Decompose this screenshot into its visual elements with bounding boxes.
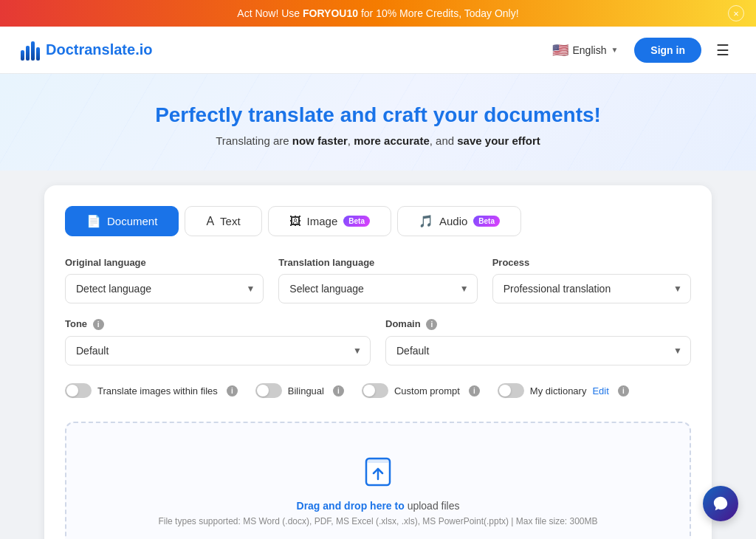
dropzone-text: Drag and drop here to upload files bbox=[81, 500, 675, 512]
domain-select-wrapper: Default Medical Legal Technical Business… bbox=[385, 336, 691, 365]
banner-text: Act Now! Use FORYOU10 for 10% More Credi… bbox=[237, 7, 518, 19]
tone-group: Tone i Default Formal Informal Neutral ▼ bbox=[65, 318, 371, 365]
tab-text-label: Text bbox=[220, 215, 241, 227]
my-dictionary-label: My dictionary bbox=[530, 385, 587, 396]
original-language-label: Original language bbox=[65, 257, 264, 268]
main-card: 📄 Document A Text 🖼 Image Beta 🎵 Audio B… bbox=[44, 185, 712, 539]
hero-bold-1: now faster bbox=[292, 134, 348, 147]
text-icon: A bbox=[206, 215, 214, 228]
signin-button[interactable]: Sign in bbox=[634, 38, 701, 63]
tab-document-label: Document bbox=[107, 215, 157, 227]
header: Doctranslate.io 🇺🇸 English ▼ Sign in ☰ bbox=[0, 27, 756, 74]
toggle-item-custom-prompt: Custom prompt i bbox=[362, 383, 480, 398]
hamburger-menu-button[interactable]: ☰ bbox=[710, 38, 735, 62]
toggle-item-bilingual: Bilingual i bbox=[255, 383, 344, 398]
chat-icon bbox=[712, 495, 729, 512]
tab-audio-label: Audio bbox=[439, 215, 467, 227]
svg-rect-1 bbox=[366, 459, 390, 463]
translate-images-toggle[interactable] bbox=[65, 383, 92, 398]
tone-select[interactable]: Default Formal Informal Neutral bbox=[65, 336, 371, 365]
image-icon: 🖼 bbox=[289, 215, 301, 228]
promo-code: FORYOU10 bbox=[303, 7, 358, 19]
bilingual-info-icon[interactable]: i bbox=[333, 385, 344, 396]
translation-language-group: Translation language Select language Eng… bbox=[278, 257, 477, 303]
tab-bar: 📄 Document A Text 🖼 Image Beta 🎵 Audio B… bbox=[65, 206, 691, 236]
chevron-down-icon: ▼ bbox=[611, 46, 618, 54]
language-label: English bbox=[573, 44, 607, 56]
logo-bar-1 bbox=[21, 50, 24, 61]
domain-select[interactable]: Default Medical Legal Technical Business bbox=[385, 336, 691, 365]
tone-select-wrapper: Default Formal Informal Neutral ▼ bbox=[65, 336, 371, 365]
hero-title: Perfectly translate and craft your docum… bbox=[15, 103, 741, 127]
tone-label: Tone i bbox=[65, 318, 371, 330]
translate-images-info-icon[interactable]: i bbox=[227, 385, 238, 396]
domain-group: Domain i Default Medical Legal Technical… bbox=[385, 318, 691, 365]
logo-bar-4 bbox=[36, 47, 40, 61]
image-beta-badge: Beta bbox=[343, 216, 370, 227]
tab-image-label: Image bbox=[307, 215, 338, 227]
process-select[interactable]: Professional translation Machine transla… bbox=[492, 274, 691, 303]
logo[interactable]: Doctranslate.io bbox=[21, 40, 152, 61]
audio-beta-badge: Beta bbox=[473, 216, 500, 227]
translation-language-select-wrapper: Select language English Spanish French G… bbox=[278, 274, 477, 303]
flag-icon: 🇺🇸 bbox=[552, 42, 568, 58]
my-dictionary-toggle[interactable] bbox=[498, 383, 524, 398]
hero-bold-2: more accurate bbox=[354, 134, 430, 147]
process-group: Process Professional translation Machine… bbox=[492, 257, 691, 303]
dropzone-hint: File types supported: MS Word (.docx), P… bbox=[81, 516, 675, 526]
custom-prompt-label: Custom prompt bbox=[394, 385, 460, 396]
chat-bubble-button[interactable] bbox=[703, 486, 738, 521]
domain-info-icon[interactable]: i bbox=[426, 319, 437, 330]
promo-banner: Act Now! Use FORYOU10 for 10% More Credi… bbox=[0, 0, 756, 27]
header-right: 🇺🇸 English ▼ Sign in ☰ bbox=[545, 38, 736, 63]
form-row-2: Tone i Default Formal Informal Neutral ▼… bbox=[65, 318, 691, 365]
translation-language-select[interactable]: Select language English Spanish French G… bbox=[278, 274, 477, 303]
original-language-select-wrapper: Detect language English Spanish French G… bbox=[65, 274, 264, 303]
logo-bar-3 bbox=[31, 41, 35, 61]
tone-info-icon[interactable]: i bbox=[93, 319, 104, 330]
form-row-1: Original language Detect language Englis… bbox=[65, 257, 691, 303]
tab-text[interactable]: A Text bbox=[185, 206, 261, 236]
logo-bar-2 bbox=[26, 46, 30, 61]
hero-subtitle: Translating are now faster, more accurat… bbox=[15, 134, 741, 147]
custom-prompt-info-icon[interactable]: i bbox=[469, 385, 480, 396]
drop-zone[interactable]: Drag and drop here to upload files File … bbox=[65, 422, 691, 539]
my-dictionary-info-icon[interactable]: i bbox=[618, 385, 629, 396]
upload-icon bbox=[360, 453, 396, 488]
bilingual-toggle[interactable] bbox=[255, 383, 282, 398]
custom-prompt-toggle[interactable] bbox=[362, 383, 388, 398]
banner-close-button[interactable]: × bbox=[728, 5, 744, 21]
process-select-wrapper: Professional translation Machine transla… bbox=[492, 274, 691, 303]
hero-section: Perfectly translate and craft your docum… bbox=[0, 74, 756, 171]
process-label: Process bbox=[492, 257, 691, 268]
toggles-row: Translate images within files i Bilingua… bbox=[65, 371, 691, 410]
domain-label: Domain i bbox=[385, 318, 691, 330]
tab-audio[interactable]: 🎵 Audio Beta bbox=[397, 206, 521, 236]
logo-text: Doctranslate.io bbox=[46, 41, 152, 58]
main-content: 📄 Document A Text 🖼 Image Beta 🎵 Audio B… bbox=[24, 171, 732, 539]
tab-document[interactable]: 📄 Document bbox=[65, 206, 179, 236]
original-language-select[interactable]: Detect language English Spanish French G… bbox=[65, 274, 264, 303]
translate-images-label: Translate images within files bbox=[97, 385, 218, 396]
original-language-group: Original language Detect language Englis… bbox=[65, 257, 264, 303]
translation-language-label: Translation language bbox=[278, 257, 477, 268]
toggle-item-my-dictionary: My dictionary Edit i bbox=[498, 383, 629, 398]
tab-image[interactable]: 🖼 Image Beta bbox=[268, 206, 391, 236]
drag-drop-link: Drag and drop here to bbox=[297, 500, 405, 512]
toggle-item-translate-images: Translate images within files i bbox=[65, 383, 238, 398]
bilingual-label: Bilingual bbox=[288, 385, 324, 396]
document-icon: 📄 bbox=[86, 214, 101, 228]
audio-icon: 🎵 bbox=[419, 214, 433, 228]
language-selector[interactable]: 🇺🇸 English ▼ bbox=[545, 38, 626, 63]
hero-bold-3: save your effort bbox=[457, 134, 540, 147]
my-dictionary-edit-link[interactable]: Edit bbox=[592, 385, 608, 396]
logo-icon bbox=[21, 40, 40, 61]
